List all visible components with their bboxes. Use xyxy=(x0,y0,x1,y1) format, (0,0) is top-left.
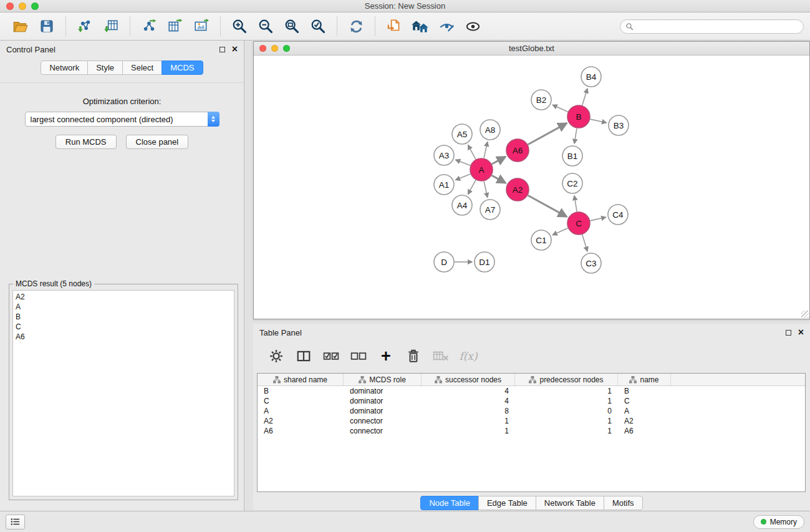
graph-node-C3[interactable]: C3 xyxy=(581,253,601,273)
delete-column-button[interactable] xyxy=(404,347,423,365)
graph-node-B4[interactable]: B4 xyxy=(581,67,601,87)
graph-node-A6[interactable]: A6 xyxy=(506,139,529,162)
graph-edge-A-A5[interactable] xyxy=(468,145,476,160)
graph-node-A[interactable]: A xyxy=(470,158,493,181)
graph-node-A1[interactable]: A1 xyxy=(434,175,454,195)
column-header-predecessor-nodes[interactable]: predecessor nodes xyxy=(515,374,618,385)
graph-node-B1[interactable]: B1 xyxy=(562,146,582,166)
table-row[interactable]: Bdominator41B xyxy=(258,386,805,396)
graph-node-A3[interactable]: A3 xyxy=(434,145,454,165)
graph-edge-A-A3[interactable] xyxy=(456,160,471,165)
save-session-button[interactable] xyxy=(36,15,58,37)
graph-edge-C-C3[interactable] xyxy=(582,235,587,251)
result-item[interactable]: A xyxy=(16,302,231,312)
graph-edge-C-C4[interactable] xyxy=(591,217,606,221)
table-row[interactable]: Cdominator41C xyxy=(258,396,805,406)
graph-edge-B-B2[interactable] xyxy=(552,105,568,112)
table-row[interactable]: A2connector11A2 xyxy=(258,416,805,426)
tab-node-table[interactable]: Node Table xyxy=(420,496,479,510)
graph-node-A7[interactable]: A7 xyxy=(480,200,500,220)
tab-select[interactable]: Select xyxy=(122,60,162,75)
table-row[interactable]: A6connector11A6 xyxy=(258,426,805,436)
criterion-dropdown[interactable]: largest connected component (directed) xyxy=(25,112,219,127)
graph-node-C4[interactable]: C4 xyxy=(608,205,628,225)
close-panel-icon[interactable]: × xyxy=(232,46,238,52)
search-box[interactable] xyxy=(620,19,804,34)
graph-edge-C-C2[interactable] xyxy=(574,196,577,211)
search-input[interactable] xyxy=(637,22,798,31)
memory-button[interactable]: Memory xyxy=(753,515,804,529)
graph-node-C1[interactable]: C1 xyxy=(531,230,551,250)
deselect-all-button[interactable] xyxy=(349,347,368,365)
add-column-button[interactable]: + xyxy=(377,347,395,365)
graph-edge-B-B1[interactable] xyxy=(574,128,577,143)
refresh-button[interactable] xyxy=(345,15,367,37)
result-item[interactable]: B xyxy=(16,312,231,322)
tab-edge-table[interactable]: Edge Table xyxy=(478,496,536,510)
graph-node-C[interactable]: C xyxy=(567,212,590,235)
zoom-in-button[interactable] xyxy=(228,15,251,37)
style-preview-button[interactable] xyxy=(435,15,458,37)
select-all-button[interactable] xyxy=(322,347,340,365)
graph-edge-B-B4[interactable] xyxy=(582,89,587,105)
show-columns-button[interactable] xyxy=(294,347,313,365)
zoom-selected-button[interactable] xyxy=(307,15,329,37)
graph-edge-C-C1[interactable] xyxy=(552,228,568,235)
column-header-name[interactable]: name xyxy=(618,374,671,385)
result-item[interactable]: A6 xyxy=(16,332,231,342)
graph-edge-A6-B[interactable] xyxy=(528,123,567,145)
graph-edge-A-A6[interactable] xyxy=(492,157,506,164)
home-button[interactable] xyxy=(409,15,432,37)
float-table-panel-icon[interactable] xyxy=(786,330,791,336)
graph-edge-A-A4[interactable] xyxy=(468,180,476,195)
result-item[interactable]: C xyxy=(16,322,231,332)
import-file-button[interactable] xyxy=(383,15,405,37)
graph-node-A8[interactable]: A8 xyxy=(480,120,500,140)
column-header-shared-name[interactable]: shared name xyxy=(258,374,344,385)
graph-node-A5[interactable]: A5 xyxy=(452,124,472,144)
tab-network-table[interactable]: Network Table xyxy=(536,496,604,510)
graph-node-B[interactable]: B xyxy=(567,105,590,128)
graph-node-C2[interactable]: C2 xyxy=(562,173,582,193)
close-panel-button[interactable]: Close panel xyxy=(126,135,189,149)
graph-node-D1[interactable]: D1 xyxy=(475,252,494,272)
tab-network[interactable]: Network xyxy=(41,60,88,75)
table-row[interactable]: Adominator80A xyxy=(258,406,805,416)
import-table-button[interactable] xyxy=(100,15,122,37)
delete-table-button[interactable] xyxy=(432,347,450,365)
tab-mcds[interactable]: MCDS xyxy=(162,60,203,75)
graph-node-A4[interactable]: A4 xyxy=(452,195,472,215)
resize-grip-icon[interactable] xyxy=(801,311,809,318)
zoom-fit-button[interactable] xyxy=(281,15,303,37)
table-options-button[interactable] xyxy=(267,347,286,365)
task-history-button[interactable] xyxy=(6,515,25,530)
open-session-button[interactable] xyxy=(9,15,32,37)
mcds-result-list[interactable]: A2ABCA6 xyxy=(12,290,234,496)
graph-node-D[interactable]: D xyxy=(434,252,454,272)
function-builder-button[interactable]: f(x) xyxy=(459,347,478,365)
graph-edge-A-A2[interactable] xyxy=(492,175,506,183)
export-table-button[interactable] xyxy=(164,15,186,37)
network-graph[interactable]: AA1A2A3A4A5A6A7A8BB1B2B3B4CC1C2C3C4DD1 xyxy=(254,56,809,319)
run-mcds-button[interactable]: Run MCDS xyxy=(55,135,117,149)
graph-node-B2[interactable]: B2 xyxy=(531,90,551,110)
graph-node-B3[interactable]: B3 xyxy=(609,115,629,135)
export-image-button[interactable] xyxy=(190,15,213,37)
graph-edge-A-A8[interactable] xyxy=(484,142,488,158)
graph-node-A2[interactable]: A2 xyxy=(506,178,529,201)
graph-edge-A2-C[interactable] xyxy=(528,195,567,216)
tab-motifs[interactable]: Motifs xyxy=(604,496,643,510)
float-panel-icon[interactable] xyxy=(219,47,225,52)
tab-style[interactable]: Style xyxy=(87,60,123,75)
column-header-successor-nodes[interactable]: successor nodes xyxy=(422,374,515,385)
import-network-button[interactable] xyxy=(74,15,96,37)
network-view[interactable]: AA1A2A3A4A5A6A7A8BB1B2B3B4CC1C2C3C4DD1 xyxy=(254,56,809,319)
graph-edge-A-A1[interactable] xyxy=(456,174,471,180)
export-network-button[interactable] xyxy=(138,15,160,37)
graph-edge-A-A7[interactable] xyxy=(484,181,488,198)
close-table-panel-icon[interactable]: × xyxy=(798,329,804,336)
column-header-MCDS-role[interactable]: MCDS role xyxy=(344,374,422,385)
show-graphics-button[interactable] xyxy=(461,15,484,37)
result-item[interactable]: A2 xyxy=(16,292,231,302)
graph-edge-B-B3[interactable] xyxy=(591,119,607,123)
